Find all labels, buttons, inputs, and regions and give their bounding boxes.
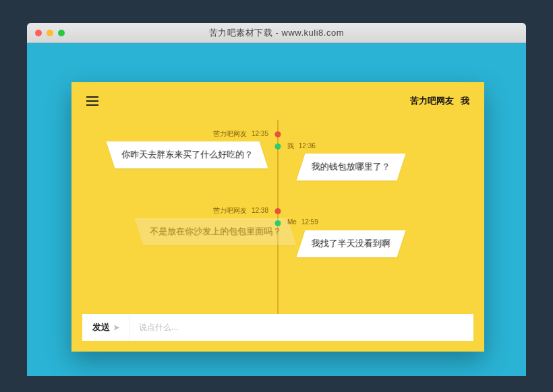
chat-timeline: 苦力吧网友 12:35 你昨天去胖东来买了什么好吃的？ 我 12:36 我的钱包… — [71, 120, 484, 314]
send-arrow-icon: ➤ — [113, 323, 119, 332]
browser-title: 苦力吧素材下载 - www.kuli8.com — [27, 27, 526, 39]
message-bubble: 不是放在你沙发上的包包里面吗？ — [135, 218, 297, 245]
participant-left: 苦力吧网友 — [410, 96, 454, 106]
maximize-icon[interactable] — [58, 30, 65, 36]
message-time: 12:35 — [252, 130, 268, 137]
traffic-lights — [27, 30, 65, 36]
message-text: 我的钱包放哪里了？ — [312, 161, 390, 173]
message-time: 12:36 — [299, 142, 316, 150]
menu-icon[interactable] — [86, 96, 100, 106]
timeline-dot-icon — [275, 208, 281, 214]
message-meta: Me 12:59 — [287, 218, 318, 226]
message-bubble: 我的钱包放哪里了？ — [297, 154, 406, 181]
browser-window: 苦力吧素材下载 - www.kuli8.com 苦力吧网友 我 苦力吧网友 12… — [27, 23, 526, 376]
message-input[interactable] — [129, 314, 473, 341]
message-meta: 苦力吧网友 12:35 — [213, 129, 268, 139]
send-button[interactable]: 发送 ➤ — [82, 314, 129, 341]
timeline-dot-icon — [275, 220, 281, 226]
minimize-icon[interactable] — [47, 30, 53, 36]
message-author: 苦力吧网友 — [213, 130, 247, 137]
message-time: 12:59 — [301, 218, 318, 226]
message-meta: 我 12:36 — [287, 141, 316, 151]
message-bubble: 你昨天去胖东来买了什么好吃的？ — [107, 141, 268, 168]
close-icon[interactable] — [35, 30, 42, 36]
send-label: 发送 — [92, 321, 110, 333]
chat-header: 苦力吧网友 我 — [71, 82, 484, 120]
message-text: 我找了半天没看到啊 — [312, 238, 390, 250]
message-author: 苦力吧网友 — [213, 207, 247, 214]
chat-card: 苦力吧网友 我 苦力吧网友 12:35 你昨天去胖东来买了什么好吃的？ 我 12… — [71, 82, 484, 352]
message-text: 不是放在你沙发上的包包里面吗？ — [150, 226, 281, 238]
timeline-dot-icon — [275, 131, 281, 137]
message-author: 我 — [287, 142, 294, 150]
participant-right: 我 — [461, 96, 469, 106]
message-author: Me — [287, 218, 297, 226]
message-time: 12:38 — [252, 207, 268, 214]
message-meta: 苦力吧网友 12:38 — [213, 206, 268, 216]
chat-input-bar: 发送 ➤ — [82, 314, 473, 341]
message-text: 你昨天去胖东来买了什么好吃的？ — [121, 149, 253, 161]
participants-label: 苦力吧网友 我 — [410, 95, 469, 107]
browser-titlebar: 苦力吧素材下载 - www.kuli8.com — [27, 23, 526, 43]
message-bubble: 我找了半天没看到啊 — [297, 230, 406, 257]
timeline-dot-icon — [275, 143, 281, 150]
